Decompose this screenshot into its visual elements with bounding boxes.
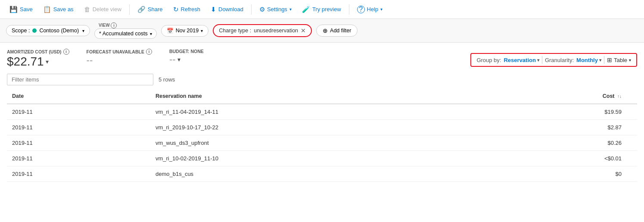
amortized-info-icon[interactable]: i [63,49,69,55]
granularity-label: Granularity: [545,57,574,63]
toolbar-divider-1 [129,4,130,15]
view-selector-wrapper: VIEW i * Accumulated costs ▾ [94,22,157,39]
budget-value: -- ▾ [169,54,204,65]
settings-button[interactable]: ⚙ Settings ▾ [255,3,296,16]
row-spacer [627,120,637,135]
share-button[interactable]: 🔗 Share [133,3,167,16]
reservation-name-cell: vm_ri_11-04-2019_14-11 [150,104,490,120]
refresh-button[interactable]: ↻ Refresh [169,3,205,16]
scope-status-dot [32,28,37,33]
save-as-button[interactable]: 📋 Save as [39,3,78,16]
save-icon: 💾 [9,6,18,13]
group-by-value: Reservation [504,57,535,63]
charge-type-filter[interactable]: Charge type : unusedreservation ✕ [213,24,312,37]
amortized-chevron-icon: ▾ [46,58,49,65]
granularity-value: Monthly [576,57,598,63]
help-button[interactable]: ? Help ▾ [353,3,387,16]
row-spacer [627,104,637,120]
charge-filter-close-icon[interactable]: ✕ [301,27,306,34]
date-column-header: Date [7,89,150,104]
try-preview-icon: 🧪 [302,6,310,13]
forecast-info-icon[interactable]: i [146,49,152,55]
settings-icon: ⚙ [259,6,265,13]
toolbar-divider-3 [349,4,349,15]
scrollbar-spacer [627,89,637,104]
download-label: Download [218,6,243,13]
view-type-dropdown[interactable]: ⊞ Table ▾ [607,56,631,63]
toolbar: 💾 Save 📋 Save as 🗑 Delete view 🔗 Share ↻… [0,0,644,19]
view-type-chevron-icon: ▾ [629,58,631,63]
date-cell: 2019-11 [7,120,150,135]
scope-label: Scope : [12,28,30,34]
reservation-name-cell: vm_ri_2019-10-17_10-22 [150,120,490,135]
scope-selector[interactable]: Scope : Contoso (Demo) ▾ [6,25,90,36]
budget-label: BUDGET: NONE [169,49,204,54]
delete-view-label: Delete view [93,6,121,13]
granularity-chevron-icon: ▾ [599,58,601,63]
table-row[interactable]: 2019-11 vm_ri_11-04-2019_14-11 $19.59 [7,104,637,120]
save-button[interactable]: 💾 Save [5,3,37,16]
filter-input[interactable] [7,74,153,85]
budget-chevron-icon: ▾ [177,56,180,63]
controls-divider-1 [542,56,542,64]
add-filter-icon: ⊕ [323,27,328,34]
settings-chevron-icon: ▾ [289,7,292,12]
share-label: Share [148,6,163,13]
row-spacer [627,135,637,151]
date-cell: 2019-11 [7,104,150,120]
row-spacer [627,151,637,166]
view-chevron-icon: ▾ [150,31,152,36]
date-chevron-icon: ▾ [201,28,203,33]
date-cell: 2019-11 [7,151,150,166]
group-by-dropdown[interactable]: Reservation ▾ [504,57,539,63]
charge-filter-value: unusedreservation [254,28,298,34]
try-preview-button[interactable]: 🧪 Try preview [298,3,345,16]
view-value: * Accumulated costs [99,31,148,37]
cost-cell: $19.59 [490,104,627,120]
refresh-icon: ↻ [173,6,179,13]
granularity-dropdown[interactable]: Monthly ▾ [576,57,601,63]
row-spacer [627,166,637,182]
help-label: Help [367,6,379,13]
table-row[interactable]: 2019-11 vm_ri_10-02-2019_11-10 <$0.01 [7,151,637,166]
cost-cell: $2.87 [490,120,627,135]
amortized-value: $22.71 ▾ [7,55,69,69]
charge-filter-label: Charge type : [219,28,251,34]
cost-column-header[interactable]: Cost ↑↓ [490,89,627,104]
settings-label: Settings [267,6,287,13]
cost-cell: $0.26 [490,135,627,151]
share-icon: 🔗 [137,6,146,13]
help-chevron-icon: ▾ [380,7,383,12]
add-filter-label: Add filter [330,28,351,34]
delete-icon: 🗑 [84,6,90,13]
save-label: Save [20,6,33,13]
amortized-cost-block: AMORTIZED COST (USD) i $22.71 ▾ [7,49,69,69]
download-button[interactable]: ⬇ Download [206,3,248,16]
scope-chevron-icon: ▾ [82,28,84,33]
view-info-icon[interactable]: i [111,22,117,28]
cost-sort-icon: ↑↓ [617,94,622,99]
table-view-icon: ⊞ [607,56,612,63]
save-as-icon: 📋 [43,6,51,13]
reservation-name-cell: demo_b1s_cus [150,166,490,182]
table-area: 5 rows Date Reservation name Cost ↑↓ 201… [0,70,644,182]
table-row[interactable]: 2019-11 demo_b1s_cus $0 [7,166,637,182]
toolbar-divider-2 [251,4,252,15]
table-row[interactable]: 2019-11 vm_wus_ds3_upfront $0.26 [7,135,637,151]
view-label: VIEW i [94,22,157,28]
forecast-label: FORECAST UNAVAILABLE i [87,49,152,55]
table-row[interactable]: 2019-11 vm_ri_2019-10-17_10-22 $2.87 [7,120,637,135]
group-by-chevron-icon: ▾ [537,58,539,63]
try-preview-label: Try preview [312,6,341,13]
group-by-label: Group by: [476,57,501,63]
add-filter-button[interactable]: ⊕ Add filter [316,25,358,37]
view-dropdown[interactable]: * Accumulated costs ▾ [94,28,157,39]
calendar-icon: 📅 [167,28,174,34]
table-body: 2019-11 vm_ri_11-04-2019_14-11 $19.59 20… [7,104,637,182]
table-header-row: Date Reservation name Cost ↑↓ [7,89,637,104]
delete-view-button[interactable]: 🗑 Delete view [80,3,126,15]
save-as-label: Save as [53,6,74,13]
forecast-value: -- [87,55,152,66]
scope-value: Contoso (Demo) [39,28,79,34]
date-selector[interactable]: 📅 Nov 2019 ▾ [161,25,209,37]
